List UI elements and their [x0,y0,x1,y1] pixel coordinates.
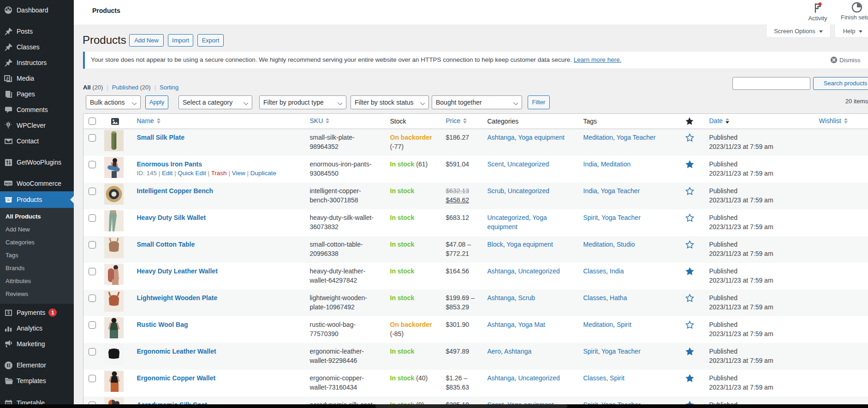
svg-text:WOO: WOO [5,182,12,185]
